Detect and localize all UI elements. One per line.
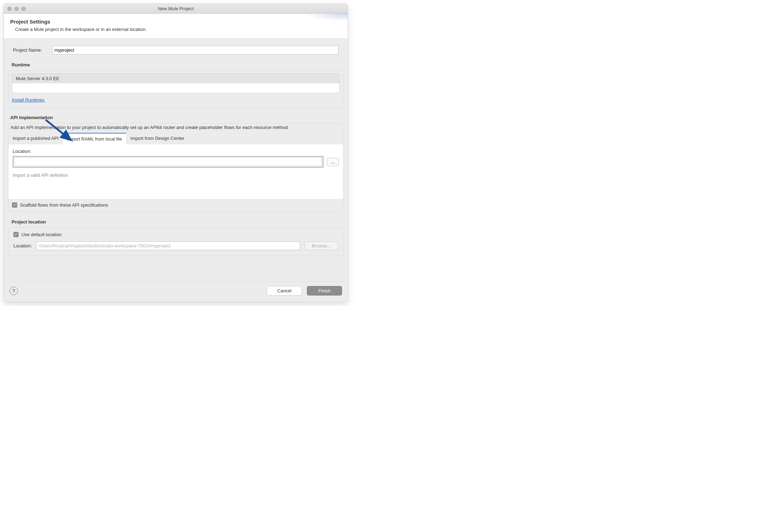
project-location-title: Project location bbox=[8, 215, 343, 225]
tab-content: Location: ... Import a valid API definit… bbox=[8, 144, 343, 199]
header-decoration bbox=[284, 14, 348, 33]
dialog-window: New Mule Project Project Settings Create… bbox=[4, 4, 348, 302]
api-hint: Import a valid API definition bbox=[13, 173, 339, 178]
spacer bbox=[8, 255, 343, 277]
tab-import-design-center[interactable]: Import from Design Center bbox=[126, 133, 188, 144]
dialog-body: Project Name: Runtime Mule Server 4.3.0 … bbox=[4, 39, 348, 281]
project-location-section: Project location ✓ Use default location … bbox=[8, 215, 343, 255]
runtime-list[interactable]: Mule Server 4.3.0 EE bbox=[12, 73, 340, 93]
project-location-input bbox=[36, 241, 300, 250]
api-location-input[interactable] bbox=[14, 157, 322, 166]
project-name-row: Project Name: bbox=[8, 42, 343, 58]
close-window-icon[interactable] bbox=[7, 7, 12, 11]
api-implementation-section: API Implementation Add an API implementa… bbox=[8, 111, 343, 212]
use-default-location-checkbox[interactable]: ✓ bbox=[13, 232, 19, 237]
project-location-browse-button: Browse... bbox=[304, 241, 338, 250]
use-default-location-label: Use default location bbox=[21, 232, 62, 237]
scaffold-row: ✓ Scaffold flows from these API specific… bbox=[8, 199, 343, 211]
project-name-label: Project Name: bbox=[13, 47, 47, 53]
api-impl-title: API Implementation bbox=[8, 111, 343, 121]
titlebar: New Mule Project bbox=[4, 4, 348, 14]
api-location-label: Location: bbox=[13, 149, 339, 154]
api-location-input-wrap bbox=[13, 156, 323, 168]
window-title: New Mule Project bbox=[7, 6, 344, 11]
dialog-header: Project Settings Create a Mule project i… bbox=[4, 14, 348, 39]
cancel-button[interactable]: Cancel bbox=[267, 286, 302, 296]
project-location-label: Location: bbox=[13, 243, 32, 248]
tab-import-raml-local[interactable]: Import RAML from local file bbox=[63, 133, 126, 144]
install-runtimes-link[interactable]: Install Runtimes bbox=[8, 96, 48, 107]
minimize-window-icon[interactable] bbox=[14, 7, 19, 11]
dialog-footer: ? Cancel Finish bbox=[4, 281, 348, 302]
project-name-input[interactable] bbox=[52, 46, 339, 54]
finish-button[interactable]: Finish bbox=[307, 286, 342, 296]
scaffold-label: Scaffold flows from these API specificat… bbox=[20, 202, 108, 208]
scaffold-checkbox[interactable]: ✓ bbox=[12, 202, 17, 208]
api-tabs: Import a published API Import RAML from … bbox=[8, 133, 343, 144]
window-controls bbox=[7, 7, 26, 11]
runtime-title: Runtime bbox=[8, 58, 343, 68]
runtime-section: Runtime Mule Server 4.3.0 EE Install Run… bbox=[8, 58, 343, 108]
tab-import-published-api[interactable]: Import a published API bbox=[8, 133, 63, 144]
runtime-item-selected[interactable]: Mule Server 4.3.0 EE bbox=[12, 74, 339, 83]
api-location-browse-button[interactable]: ... bbox=[327, 158, 339, 166]
help-icon[interactable]: ? bbox=[9, 287, 18, 295]
maximize-window-icon[interactable] bbox=[21, 7, 26, 11]
api-impl-description: Add an API implementation to your projec… bbox=[8, 123, 343, 133]
